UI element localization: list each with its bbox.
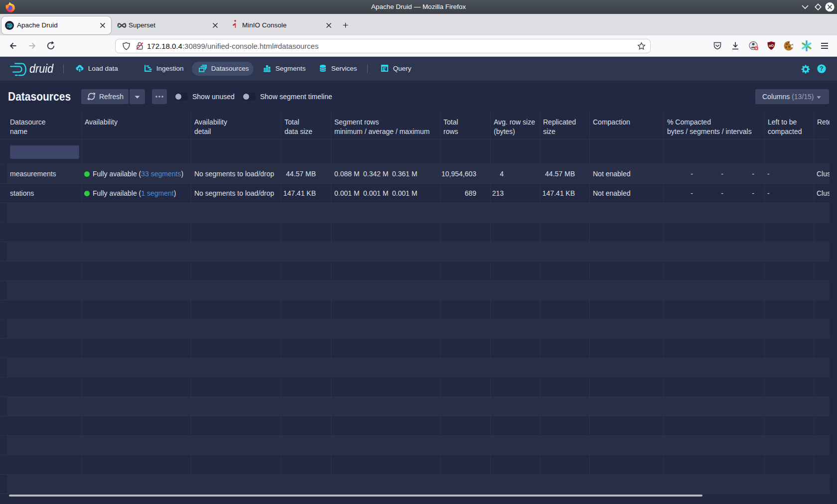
svg-text:?: ?	[820, 65, 823, 72]
svg-text:uO: uO	[769, 44, 774, 47]
